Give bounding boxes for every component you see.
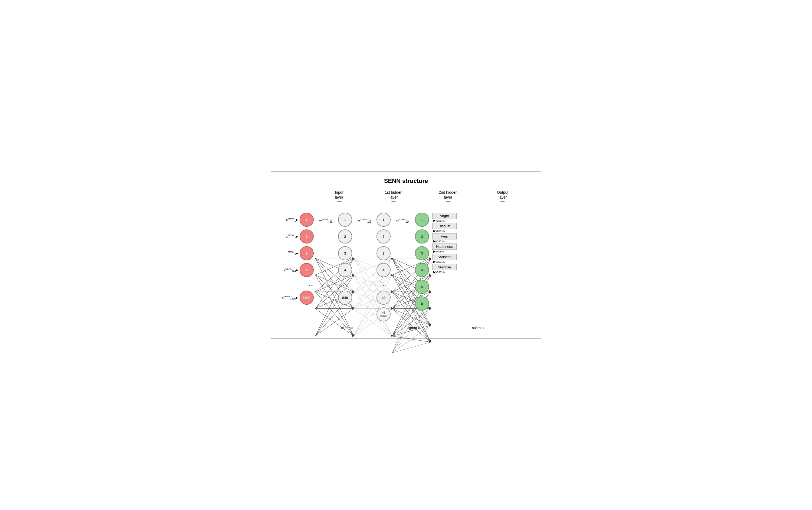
output-anger: Anger ▶y1SENN [432,213,457,222]
y5-label: ▶y5SENN [432,260,457,264]
output-node-5: 5 [415,280,429,294]
output-node-3: 3 [415,246,429,260]
input-node-1500: 1500 [300,291,314,305]
emotion-surprise: Surprise [432,264,457,270]
hidden2-layer-header: 2nd hiddenlayer [439,190,458,200]
input-sub-3: 3 [294,253,296,256]
output-layer-col: 1 2 3 4 5 6 [415,210,429,310]
svg-line-79 [392,336,431,342]
input-sup-3: SENN [288,251,294,253]
output-node-4: 4 [415,263,429,277]
hidden2-layer-brace: ⌒ [444,200,452,210]
h2-dots: ... [381,280,386,288]
input-layer-col: xSENN1▶ 1 xSENN2▶ 2 xSENN3▶ 3 xSENNS 4▶ … [282,210,314,305]
bias-node: +1(bias) [377,307,390,322]
emotion-disgust: Disgust [432,223,457,229]
svg-line-85 [392,342,431,353]
y3-label: ▶y3SENN [432,239,457,243]
w3-sup: SENN [399,218,405,221]
hidden1-layer-header: 1st hiddenlayer [385,190,403,200]
h1-node-2: 2 [338,230,352,243]
input-label-1500: xSENN1500▶ [282,295,298,300]
output-sadness: Sadness ▶y5SENN [432,254,457,264]
hidden1-layer-brace: ⌒ [390,200,397,210]
diagram-container: SENN structure Inputlayer ⌒ 1st hiddenla… [271,172,541,338]
w2-sub: l1l2 [367,220,371,223]
input-node-4: 4 [300,263,314,277]
h2-node-3: 3 [377,246,390,260]
emotion-fear: Fear [432,233,457,239]
emotion-anger: Anger [432,213,457,219]
h2-node-1: 1 [377,213,390,227]
emotion-sadness: Sadness [432,254,457,260]
w1-sub: nl1 [328,220,332,223]
output-node-6: 6 [415,297,429,310]
input-label-3: xSENN3▶ [286,251,298,256]
weight2-area: wSENNl1l2 [352,210,377,223]
output-labels-col: Anger ▶y1SENN Disgust ▶y2SENN Fear ▶y3SE… [432,210,457,274]
sigmoid2-label: sigmoid [407,326,419,330]
input-sup-1: SENN [288,217,294,220]
output-layer-header: Outputlayer [497,190,508,200]
h1-node-4: 4 [338,263,352,277]
hidden2-layer-col: 1 2 3 4 ... 40 +1(bias) [377,210,390,322]
input-layer-header: Inputlayer [335,190,343,200]
input-layer-brace: ⌒ [336,200,343,210]
y4-label: ▶y4SENN [432,250,457,253]
input-dots: ... [309,281,314,287]
output-node-1: 1 [415,213,429,227]
output-fear: Fear ▶y3SENN [432,233,457,243]
input-node-3: 3 [300,246,314,260]
hidden1-layer-col: 1 2 3 4 ... 840 [338,210,352,305]
y1-label: ▶y1SENN [432,219,457,222]
weight-label-3: wSENNl2k [396,218,409,223]
y6-label: ▶y6SENN [432,270,457,274]
input-sub-1: 1 [294,219,296,222]
sigmoid1-label: sigmoid [341,326,353,330]
input-node-2: 2 [300,230,314,243]
input-sub-2: 2 [294,236,296,239]
activation-labels: sigmoid sigmoid softmax [279,326,533,330]
output-layer-brace: ⌒ [499,200,506,210]
weight3-area: wSENNl2k [390,210,415,223]
h1-node-1: 1 [338,213,352,227]
input-sup-2: SENN [288,234,294,237]
weight-label-1: wSENNnl1 [319,218,332,223]
w3-sub: l2k [405,220,409,223]
diagram-title: SENN structure [279,178,533,184]
input-node-1: 1 [300,213,314,227]
weight1-area: wSENNnl1 [314,210,338,223]
h1-dots: ... [343,280,348,288]
input-label-2: xSENN2▶ [286,234,298,239]
w2-sup: SENN [360,218,367,221]
output-happiness: Happiness ▶y4SENN [432,243,457,253]
emotion-happiness: Happiness [432,243,457,250]
h2-node-2: 2 [377,230,390,243]
y2-label: ▶y2SENN [432,229,457,233]
output-node-2: 2 [415,230,429,243]
output-surprise: Surprise ▶y6SENN [432,264,457,274]
h2-node-4: 4 [377,263,390,277]
output-disgust: Disgust ▶y2SENN [432,223,457,233]
input-label-1: xSENN1▶ [286,217,298,222]
w1-sup: SENN [322,218,328,221]
input-label-4: xSENNS 4▶ [284,268,298,272]
h2-node-40: 40 [377,291,390,305]
softmax-label: softmax [472,326,485,330]
network-layers: xSENN1▶ 1 xSENN2▶ 2 xSENN3▶ 3 xSENNS 4▶ … [282,210,533,322]
h1-node-3: 3 [338,246,352,260]
weight-label-2: wSENNl1l2 [357,218,371,223]
h1-node-840: 840 [338,291,352,305]
